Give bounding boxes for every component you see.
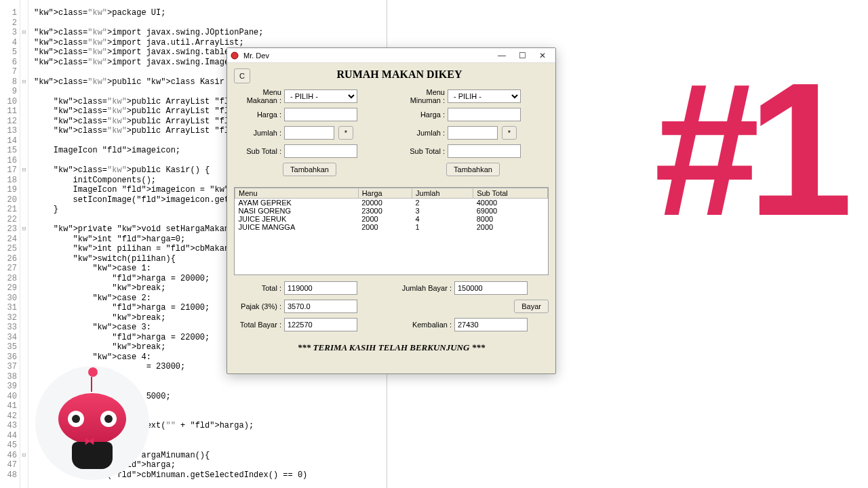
drink-jumlah-label: Jumlah : — [397, 129, 448, 137]
food-menu-label: Menu Makanan : — [234, 88, 284, 104]
table-cell: JUICE JERUK — [235, 215, 359, 223]
drink-menu-label: Menu Minuman : — [397, 88, 448, 104]
maximize-button[interactable]: ☐ — [512, 49, 532, 62]
code-line: "kw">class="kw">import java.util.ArrayLi… — [34, 38, 380, 48]
food-jumlah-label: Jumlah : — [234, 129, 284, 137]
table-row[interactable]: JUICE MANGGA200012000 — [235, 223, 548, 231]
pajak-label: Pajak (3%) : — [234, 302, 284, 310]
bayar-button[interactable]: Bayar — [514, 300, 549, 313]
table-cell: 1 — [412, 223, 473, 231]
table-cell: AYAM GEPREK — [235, 199, 359, 207]
table-header[interactable]: Sub Total — [473, 188, 548, 199]
table-header[interactable]: Menu — [235, 188, 359, 199]
drink-harga-input[interactable] — [448, 108, 521, 121]
minimize-button[interactable]: — — [492, 49, 512, 62]
table-cell: 40000 — [473, 199, 548, 207]
food-multiply-button[interactable]: * — [338, 126, 353, 140]
food-add-button[interactable]: Tambahkan — [283, 163, 336, 176]
window-title: Mr. Dev — [243, 52, 492, 60]
table-cell: 2000 — [358, 223, 412, 231]
table-cell: 2000 — [358, 215, 412, 223]
table-cell: 2 — [412, 199, 473, 207]
pajak-input[interactable] — [284, 300, 357, 313]
table-row[interactable]: JUICE JERUK200048000 — [235, 215, 548, 223]
table-cell: NASI GORENG — [235, 207, 359, 215]
table-cell: 4 — [412, 215, 473, 223]
table-cell: JUICE MANGGA — [235, 223, 359, 231]
totalbayar-label: Total Bayar : — [234, 321, 284, 329]
drink-jumlah-input[interactable] — [448, 126, 498, 140]
food-menu-select[interactable]: - PILIH - — [284, 89, 357, 103]
titlebar: Mr. Dev — ☐ ✕ — [227, 48, 555, 63]
kembalian-input[interactable] — [454, 318, 528, 331]
jmlbayar-input[interactable] — [454, 281, 528, 295]
kembalian-label: Kembalian : — [397, 321, 454, 329]
table-header[interactable]: Jumlah — [412, 188, 473, 199]
food-subtotal-label: Sub Total : — [234, 147, 284, 155]
food-harga-label: Harga : — [234, 110, 284, 119]
code-line: "kw">class="kw">package UI; — [34, 8, 380, 18]
app-window: Mr. Dev — ☐ ✕ C RUMAH MAKAN DIKEY Menu M… — [226, 47, 556, 374]
overlay-number: #1 — [654, 41, 841, 258]
food-panel: Menu Makanan : - PILIH - Harga : Jumlah … — [234, 89, 385, 180]
drink-panel: Menu Minuman : - PILIH - Harga : Jumlah … — [397, 89, 549, 180]
food-harga-input[interactable] — [284, 108, 357, 121]
svg-point-0 — [231, 52, 238, 59]
table-header[interactable]: Harga — [358, 188, 412, 199]
table-cell: 20000 — [358, 199, 412, 207]
table-row[interactable]: AYAM GEPREK20000240000 — [235, 199, 548, 207]
code-line — [34, 18, 380, 28]
drink-subtotal-input[interactable] — [448, 144, 521, 158]
total-label: Total : — [234, 284, 284, 292]
app-icon — [230, 51, 239, 60]
drink-menu-select[interactable]: - PILIH - — [448, 89, 521, 103]
table-cell: 3 — [412, 207, 473, 215]
jmlbayar-label: Jumlah Bayar : — [397, 284, 454, 292]
table-cell: 69000 — [473, 207, 548, 215]
food-jumlah-input[interactable] — [284, 126, 334, 140]
totalbayar-input[interactable] — [284, 318, 357, 331]
clear-button[interactable]: C — [234, 68, 250, 83]
table-cell: 2000 — [473, 223, 548, 231]
thanks-message: *** TERIMA KASIH TELAH BERKUNJUNG *** — [234, 342, 549, 353]
drink-harga-label: Harga : — [397, 110, 448, 119]
table-cell: 8000 — [473, 215, 548, 223]
drink-add-button[interactable]: Tambahkan — [446, 163, 500, 176]
food-subtotal-input[interactable] — [284, 144, 357, 158]
code-line: "kw">class="kw">import javax.swing.JOpti… — [34, 28, 380, 38]
drink-multiply-button[interactable]: * — [502, 126, 517, 140]
table-row[interactable]: NASI GORENG23000369000 — [235, 207, 548, 215]
table-cell: 23000 — [358, 207, 412, 215]
total-input[interactable] — [284, 281, 357, 295]
avatar-icon: ⧓ — [35, 366, 149, 480]
drink-subtotal-label: Sub Total : — [397, 147, 448, 155]
close-button[interactable]: ✕ — [532, 49, 553, 62]
order-table[interactable]: MenuHargaJumlahSub TotalAYAM GEPREK20000… — [234, 187, 549, 275]
app-title: RUMAH MAKAN DIKEY — [250, 68, 549, 81]
